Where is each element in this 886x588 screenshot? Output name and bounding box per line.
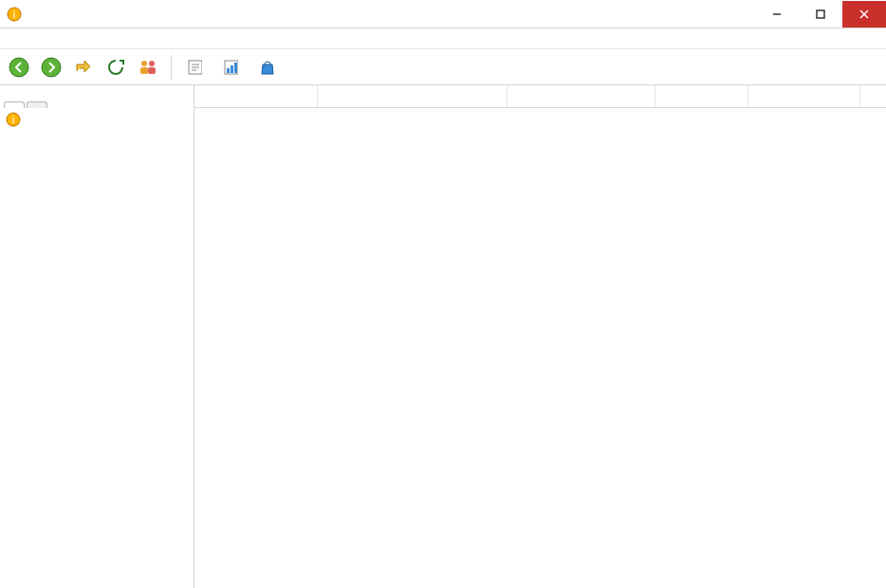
col-motherboard[interactable] [508, 85, 655, 107]
report-icon [187, 60, 202, 75]
info-icon: i [6, 112, 21, 127]
app-icon: i [4, 4, 25, 25]
svg-rect-17 [227, 68, 230, 73]
tree-view[interactable]: i [0, 108, 194, 588]
close-button[interactable] [842, 1, 886, 28]
menu-report[interactable] [40, 37, 55, 41]
refresh-button[interactable] [102, 54, 129, 81]
svg-point-6 [9, 58, 28, 77]
tab-menu[interactable] [4, 101, 25, 108]
back-button[interactable] [6, 54, 32, 81]
title-bar: i [0, 0, 886, 28]
svg-text:i: i [12, 114, 14, 125]
svg-text:i: i [13, 9, 15, 20]
toolbar [0, 49, 886, 85]
menu-view[interactable] [23, 37, 38, 41]
grid-body[interactable] [194, 108, 886, 588]
menu-bar [0, 28, 886, 49]
report-button[interactable] [181, 60, 212, 75]
up-button[interactable] [70, 54, 97, 81]
svg-point-7 [42, 58, 61, 77]
col-clock[interactable] [439, 85, 508, 107]
svg-rect-11 [148, 67, 156, 74]
left-panel: i [0, 85, 194, 588]
svg-rect-3 [817, 10, 824, 18]
col-memory[interactable] [748, 85, 860, 107]
menu-file[interactable] [6, 37, 21, 41]
menu-help[interactable] [91, 37, 106, 41]
buy-now-button[interactable] [253, 60, 284, 75]
sidebar-tabs [0, 85, 194, 108]
maximize-button[interactable] [799, 1, 842, 28]
shopping-bag-icon [259, 60, 274, 75]
menu-favorites[interactable] [57, 37, 72, 41]
results-button[interactable] [217, 60, 248, 75]
svg-point-8 [141, 61, 147, 66]
users-button[interactable] [135, 54, 161, 81]
grid-header [194, 85, 886, 108]
forward-button[interactable] [38, 54, 65, 81]
col-cpu[interactable] [194, 85, 318, 107]
svg-rect-10 [140, 67, 148, 74]
tab-favorites[interactable] [27, 101, 47, 108]
tree-root[interactable]: i [2, 110, 194, 129]
svg-rect-19 [234, 63, 237, 73]
minimize-button[interactable] [755, 1, 799, 28]
menu-tools[interactable] [74, 37, 89, 41]
results-panel [194, 85, 886, 588]
col-chipset[interactable] [655, 85, 748, 107]
svg-point-9 [149, 61, 155, 66]
results-icon [223, 60, 238, 75]
svg-rect-18 [231, 65, 233, 73]
